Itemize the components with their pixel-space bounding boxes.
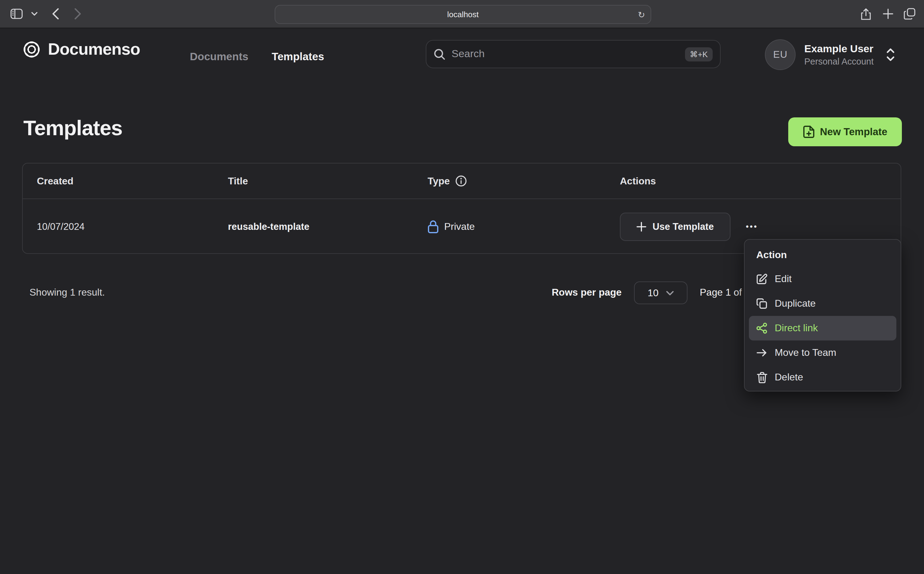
menu-item-edit[interactable]: Edit	[749, 267, 896, 291]
row-actions: Use Template •••	[620, 212, 900, 241]
user-name: Example User	[804, 43, 874, 56]
chevrons-up-down-icon	[886, 48, 895, 62]
duplicate-icon	[756, 298, 767, 309]
trash-icon	[756, 372, 767, 383]
main-nav: Documents Templates	[190, 28, 324, 86]
use-template-label: Use Template	[652, 221, 713, 232]
sidebar-toggle-icon[interactable]	[9, 0, 25, 28]
info-icon[interactable]	[455, 175, 467, 187]
search-placeholder: Search	[452, 48, 685, 60]
menu-item-label: Delete	[775, 372, 803, 383]
menu-item-move-to-team[interactable]: Move to Team	[749, 341, 896, 365]
row-type: Private	[428, 220, 620, 233]
search-icon	[434, 48, 445, 60]
lock-icon	[428, 220, 439, 233]
chevron-down-icon	[666, 290, 674, 295]
address-bar-url: localhost	[447, 10, 479, 19]
user-account-type: Personal Account	[804, 56, 874, 67]
browser-toolbar: localhost ↻	[0, 0, 924, 28]
menu-item-label: Edit	[775, 273, 792, 285]
row-more-button[interactable]: •••	[746, 222, 758, 231]
menu-item-duplicate[interactable]: Duplicate	[749, 291, 896, 316]
menu-title: Action	[749, 246, 896, 264]
app-header: Documenso Documents Templates Search ⌘+K…	[0, 28, 924, 86]
tab-overview-icon[interactable]	[902, 0, 917, 28]
col-title: Title	[228, 175, 428, 186]
file-plus-icon	[803, 125, 814, 138]
sidebar-chevron-icon[interactable]	[30, 0, 39, 28]
avatar: EU	[765, 39, 796, 70]
col-actions: Actions	[620, 175, 900, 186]
plus-icon	[636, 222, 646, 231]
new-tab-icon[interactable]	[881, 0, 894, 28]
row-type-label: Private	[444, 221, 475, 232]
menu-item-direct-link[interactable]: Direct link	[749, 316, 896, 341]
menu-item-label: Duplicate	[775, 298, 815, 309]
table-header-row: Created Title Type Actions	[23, 164, 900, 199]
rows-per-page-label: Rows per page	[552, 287, 622, 298]
new-template-label: New Template	[820, 126, 887, 138]
address-bar[interactable]: localhost ↻	[275, 5, 651, 24]
search-input[interactable]: Search ⌘+K	[426, 40, 721, 68]
results-count: Showing 1 result.	[30, 287, 105, 298]
col-created: Created	[23, 175, 228, 186]
brand-name: Documenso	[48, 40, 140, 59]
nav-templates[interactable]: Templates	[272, 50, 324, 63]
edit-icon	[756, 273, 767, 285]
nav-documents[interactable]: Documents	[190, 50, 249, 63]
rows-per-page-select[interactable]: 10	[634, 281, 688, 304]
new-template-button[interactable]: New Template	[788, 117, 902, 146]
share-icon[interactable]	[859, 0, 872, 28]
app-window: localhost ↻	[0, 0, 924, 574]
brand[interactable]: Documenso	[22, 40, 140, 59]
row-action-menu: Action Edit Duplicate	[744, 239, 901, 391]
documenso-logo-icon	[22, 40, 41, 59]
reload-icon[interactable]: ↻	[638, 6, 645, 24]
page-title: Templates	[24, 116, 122, 140]
row-title: reusable-template	[228, 221, 428, 232]
menu-item-label: Move to Team	[775, 347, 836, 358]
arrow-right-icon	[756, 348, 767, 357]
page-info: Page 1 of 1	[700, 287, 750, 298]
back-icon[interactable]	[49, 0, 61, 28]
rows-per-page-value: 10	[647, 287, 659, 298]
col-type: Type	[428, 175, 620, 187]
use-template-button[interactable]: Use Template	[620, 212, 730, 241]
forward-icon[interactable]	[71, 0, 83, 28]
menu-item-label: Direct link	[775, 323, 818, 334]
share-link-icon	[756, 323, 767, 334]
account-menu-trigger[interactable]: EU Example User Personal Account	[765, 39, 895, 70]
row-created: 10/07/2024	[23, 221, 228, 232]
search-shortcut-badge: ⌘+K	[685, 47, 713, 61]
menu-item-delete[interactable]: Delete	[749, 365, 896, 390]
